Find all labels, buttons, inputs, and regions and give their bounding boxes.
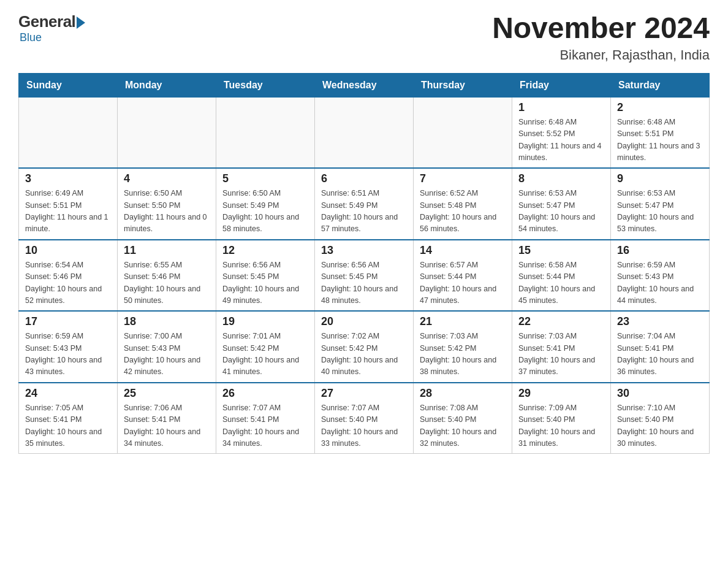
calendar-cell: 22Sunrise: 7:03 AMSunset: 5:41 PMDayligh…: [512, 311, 611, 383]
day-number: 17: [25, 315, 111, 328]
calendar-cell: 5Sunrise: 6:50 AMSunset: 5:49 PMDaylight…: [216, 168, 315, 240]
day-number: 22: [518, 315, 604, 328]
calendar-cell: 18Sunrise: 7:00 AMSunset: 5:43 PMDayligh…: [118, 311, 216, 383]
day-info: Sunrise: 7:08 AMSunset: 5:40 PMDaylight:…: [420, 402, 506, 450]
calendar-cell: 8Sunrise: 6:53 AMSunset: 5:47 PMDaylight…: [512, 168, 611, 240]
calendar-cell: 17Sunrise: 6:59 AMSunset: 5:43 PMDayligh…: [19, 311, 118, 383]
calendar-cell: 10Sunrise: 6:54 AMSunset: 5:46 PMDayligh…: [19, 240, 118, 312]
calendar-week-row: 3Sunrise: 6:49 AMSunset: 5:51 PMDaylight…: [19, 168, 710, 240]
calendar-cell: 2Sunrise: 6:48 AMSunset: 5:51 PMDaylight…: [611, 97, 710, 168]
day-number: 26: [222, 387, 308, 400]
header-thursday: Thursday: [414, 73, 512, 97]
day-info: Sunrise: 6:50 AMSunset: 5:49 PMDaylight:…: [222, 188, 308, 236]
calendar-cell: [216, 97, 315, 168]
day-number: 25: [124, 387, 210, 400]
calendar-cell: [118, 97, 216, 168]
day-info: Sunrise: 6:56 AMSunset: 5:45 PMDaylight:…: [222, 259, 308, 307]
day-info: Sunrise: 6:48 AMSunset: 5:51 PMDaylight:…: [617, 117, 703, 164]
day-number: 12: [222, 244, 308, 257]
calendar-cell: 4Sunrise: 6:50 AMSunset: 5:50 PMDaylight…: [118, 168, 216, 240]
day-info: Sunrise: 6:52 AMSunset: 5:48 PMDaylight:…: [420, 188, 506, 236]
calendar-cell: 25Sunrise: 7:06 AMSunset: 5:41 PMDayligh…: [118, 383, 216, 454]
day-info: Sunrise: 6:50 AMSunset: 5:50 PMDaylight:…: [124, 188, 210, 236]
day-number: 11: [124, 244, 210, 257]
day-number: 10: [25, 244, 111, 257]
calendar-cell: 21Sunrise: 7:03 AMSunset: 5:42 PMDayligh…: [414, 311, 512, 383]
day-number: 24: [25, 387, 111, 400]
day-info: Sunrise: 7:00 AMSunset: 5:43 PMDaylight:…: [124, 331, 210, 378]
day-number: 21: [420, 315, 506, 328]
calendar-title: November 2024: [492, 12, 710, 45]
calendar-subtitle: Bikaner, Rajasthan, India: [492, 47, 710, 63]
calendar-cell: [19, 97, 118, 168]
day-number: 28: [420, 387, 506, 400]
calendar-week-row: 1Sunrise: 6:48 AMSunset: 5:52 PMDaylight…: [19, 97, 710, 168]
calendar-cell: 6Sunrise: 6:51 AMSunset: 5:49 PMDaylight…: [315, 168, 414, 240]
day-info: Sunrise: 6:49 AMSunset: 5:51 PMDaylight:…: [25, 188, 111, 236]
calendar-cell: 28Sunrise: 7:08 AMSunset: 5:40 PMDayligh…: [414, 383, 512, 454]
calendar-week-row: 10Sunrise: 6:54 AMSunset: 5:46 PMDayligh…: [19, 240, 710, 312]
logo: General Blue: [18, 12, 85, 44]
calendar-cell: 30Sunrise: 7:10 AMSunset: 5:40 PMDayligh…: [611, 383, 710, 454]
calendar-cell: 29Sunrise: 7:09 AMSunset: 5:40 PMDayligh…: [512, 383, 611, 454]
calendar-cell: 19Sunrise: 7:01 AMSunset: 5:42 PMDayligh…: [216, 311, 315, 383]
day-info: Sunrise: 6:55 AMSunset: 5:46 PMDaylight:…: [124, 259, 210, 307]
calendar-cell: 14Sunrise: 6:57 AMSunset: 5:44 PMDayligh…: [414, 240, 512, 312]
logo-blue-text: Blue: [20, 31, 42, 44]
calendar-cell: 20Sunrise: 7:02 AMSunset: 5:42 PMDayligh…: [315, 311, 414, 383]
day-info: Sunrise: 7:03 AMSunset: 5:41 PMDaylight:…: [518, 331, 604, 378]
calendar-cell: 3Sunrise: 6:49 AMSunset: 5:51 PMDaylight…: [19, 168, 118, 240]
day-info: Sunrise: 6:53 AMSunset: 5:47 PMDaylight:…: [617, 188, 703, 236]
day-number: 18: [124, 315, 210, 328]
calendar-header-row: SundayMondayTuesdayWednesdayThursdayFrid…: [19, 73, 710, 97]
day-info: Sunrise: 7:09 AMSunset: 5:40 PMDaylight:…: [518, 402, 604, 450]
day-info: Sunrise: 6:56 AMSunset: 5:45 PMDaylight:…: [321, 259, 407, 307]
logo-arrow-icon: [77, 17, 85, 29]
calendar-cell: 13Sunrise: 6:56 AMSunset: 5:45 PMDayligh…: [315, 240, 414, 312]
day-number: 1: [518, 101, 604, 114]
day-info: Sunrise: 6:48 AMSunset: 5:52 PMDaylight:…: [518, 117, 604, 164]
day-info: Sunrise: 6:59 AMSunset: 5:43 PMDaylight:…: [617, 259, 703, 307]
header-saturday: Saturday: [611, 73, 710, 97]
day-info: Sunrise: 7:03 AMSunset: 5:42 PMDaylight:…: [420, 331, 506, 378]
day-info: Sunrise: 7:07 AMSunset: 5:40 PMDaylight:…: [321, 402, 407, 450]
day-number: 14: [420, 244, 506, 257]
calendar-cell: 24Sunrise: 7:05 AMSunset: 5:41 PMDayligh…: [19, 383, 118, 454]
calendar-week-row: 17Sunrise: 6:59 AMSunset: 5:43 PMDayligh…: [19, 311, 710, 383]
calendar-cell: [414, 97, 512, 168]
page-header: General Blue November 2024 Bikaner, Raja…: [18, 12, 710, 63]
day-info: Sunrise: 7:02 AMSunset: 5:42 PMDaylight:…: [321, 331, 407, 378]
calendar-cell: 11Sunrise: 6:55 AMSunset: 5:46 PMDayligh…: [118, 240, 216, 312]
day-number: 15: [518, 244, 604, 257]
header-monday: Monday: [118, 73, 216, 97]
header-sunday: Sunday: [19, 73, 118, 97]
day-info: Sunrise: 6:54 AMSunset: 5:46 PMDaylight:…: [25, 259, 111, 307]
day-number: 9: [617, 172, 703, 185]
day-info: Sunrise: 7:10 AMSunset: 5:40 PMDaylight:…: [617, 402, 703, 450]
calendar-title-block: November 2024 Bikaner, Rajasthan, India: [492, 12, 710, 63]
calendar-cell: 1Sunrise: 6:48 AMSunset: 5:52 PMDaylight…: [512, 97, 611, 168]
day-number: 5: [222, 172, 308, 185]
day-number: 7: [420, 172, 506, 185]
day-number: 6: [321, 172, 407, 185]
day-number: 20: [321, 315, 407, 328]
day-info: Sunrise: 7:01 AMSunset: 5:42 PMDaylight:…: [222, 331, 308, 378]
calendar-cell: 7Sunrise: 6:52 AMSunset: 5:48 PMDaylight…: [414, 168, 512, 240]
day-info: Sunrise: 6:51 AMSunset: 5:49 PMDaylight:…: [321, 188, 407, 236]
calendar-cell: 15Sunrise: 6:58 AMSunset: 5:44 PMDayligh…: [512, 240, 611, 312]
day-info: Sunrise: 7:07 AMSunset: 5:41 PMDaylight:…: [222, 402, 308, 450]
calendar-table: SundayMondayTuesdayWednesdayThursdayFrid…: [18, 73, 710, 454]
day-number: 27: [321, 387, 407, 400]
calendar-cell: 27Sunrise: 7:07 AMSunset: 5:40 PMDayligh…: [315, 383, 414, 454]
header-wednesday: Wednesday: [315, 73, 414, 97]
calendar-cell: 9Sunrise: 6:53 AMSunset: 5:47 PMDaylight…: [611, 168, 710, 240]
day-info: Sunrise: 7:04 AMSunset: 5:41 PMDaylight:…: [617, 331, 703, 378]
day-number: 3: [25, 172, 111, 185]
day-number: 30: [617, 387, 703, 400]
day-info: Sunrise: 6:53 AMSunset: 5:47 PMDaylight:…: [518, 188, 604, 236]
calendar-cell: 16Sunrise: 6:59 AMSunset: 5:43 PMDayligh…: [611, 240, 710, 312]
logo-general-text: General: [18, 12, 75, 31]
header-tuesday: Tuesday: [216, 73, 315, 97]
day-info: Sunrise: 6:59 AMSunset: 5:43 PMDaylight:…: [25, 331, 111, 378]
day-number: 8: [518, 172, 604, 185]
